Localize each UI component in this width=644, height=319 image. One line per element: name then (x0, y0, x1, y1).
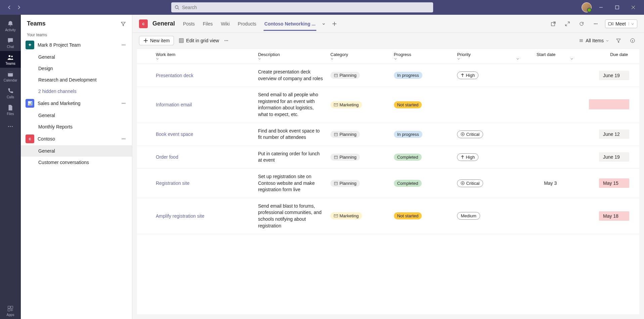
team-row[interactable]: ✦ Mark 8 Project Team (21, 39, 132, 51)
svg-rect-9 (8, 306, 10, 308)
progress-pill: Completed (394, 180, 422, 187)
work-item-link[interactable]: Book event space (156, 131, 193, 137)
column-header[interactable]: Progress (390, 49, 454, 64)
expand-icon[interactable] (563, 19, 572, 29)
team-more-icon[interactable] (120, 136, 127, 142)
svg-point-13 (123, 45, 124, 45)
rail-calls[interactable]: Calls (0, 85, 21, 101)
window-close[interactable] (627, 2, 640, 13)
table-row[interactable]: Amplify registration site Send email bla… (137, 198, 639, 234)
due-date: June 12 (599, 129, 629, 139)
category-pill: Planning (330, 131, 360, 138)
channel-tab[interactable]: Posts (182, 17, 195, 31)
channel-row[interactable]: Design (21, 63, 132, 74)
progress-pill: Completed (394, 154, 422, 161)
priority-pill: Medium (457, 212, 480, 220)
progress-pill: Not started (394, 212, 422, 219)
column-header[interactable]: Priority (454, 49, 512, 64)
team-avatar: 📊 (26, 99, 34, 108)
channel-tab[interactable]: Contoso Networking ... (264, 17, 316, 31)
channel-row[interactable]: General (21, 51, 132, 63)
table-row[interactable]: Book event space Find and book event spa… (137, 123, 639, 146)
rail-files[interactable]: Files (0, 101, 21, 118)
channel-tab[interactable]: Products (237, 17, 257, 31)
svg-point-15 (122, 103, 123, 104)
svg-point-8 (12, 126, 13, 127)
rail-more[interactable] (0, 118, 21, 135)
window-maximize[interactable] (610, 2, 624, 13)
team-row[interactable]: 📊 Sales and Marketing (21, 97, 132, 110)
svg-point-0 (175, 6, 178, 9)
info-button[interactable] (628, 36, 637, 45)
popout-icon[interactable] (549, 19, 558, 29)
work-item-link[interactable]: Presentation deck (156, 73, 193, 78)
table-row[interactable]: Information email Send email to all peop… (137, 87, 639, 123)
column-header[interactable]: Work item (137, 49, 255, 64)
search-input[interactable] (182, 5, 430, 10)
description-cell: Send email to all people who registered … (255, 87, 327, 123)
column-header[interactable]: Description (255, 49, 327, 64)
meet-chevron-icon[interactable] (629, 22, 634, 25)
column-header[interactable]: Category (327, 49, 390, 64)
rail-teams[interactable]: Teams (0, 51, 21, 68)
due-date: June 19 (599, 71, 629, 80)
team-name: Sales and Marketing (38, 101, 117, 106)
back-button[interactable] (5, 3, 13, 11)
start-date: May 3 (513, 168, 567, 198)
rail-chat[interactable]: Chat (0, 34, 21, 51)
team-more-icon[interactable] (120, 100, 127, 106)
hidden-channels-link[interactable]: 2 hidden channels (21, 86, 132, 97)
channel-tab[interactable]: Wiki (220, 17, 230, 31)
rail-activity[interactable]: Activity (0, 17, 21, 34)
edit-grid-button[interactable]: Edit in grid view (179, 38, 219, 43)
channel-row[interactable]: General (21, 110, 132, 121)
list-toolbar: New item Edit in grid view All Items (132, 33, 644, 48)
category-pill: Planning (330, 154, 360, 161)
video-icon (608, 21, 613, 26)
category-pill: Planning (330, 72, 360, 79)
channel-row[interactable]: General (21, 145, 132, 157)
column-header[interactable]: Due date (567, 49, 639, 64)
list-icon (579, 38, 584, 43)
team-avatar: c (26, 135, 34, 143)
channel-tab[interactable]: Files (202, 17, 214, 31)
category-pill: Marketing (330, 101, 362, 108)
filter-icon[interactable] (121, 21, 126, 26)
team-row[interactable]: c Contoso (21, 132, 132, 145)
svg-rect-11 (8, 309, 10, 311)
svg-rect-33 (334, 133, 337, 136)
forward-button[interactable] (15, 3, 23, 11)
channel-row[interactable]: Monthly Reports (21, 121, 132, 132)
more-icon[interactable] (591, 19, 600, 29)
table-row[interactable]: Order food Put in catering order for lun… (137, 146, 639, 168)
tab-chevron-icon[interactable] (322, 22, 326, 26)
rail-calendar[interactable]: Calendar (0, 68, 21, 85)
filter-button[interactable] (614, 36, 623, 45)
work-item-link[interactable]: Amplify registration site (156, 213, 204, 219)
work-item-link[interactable]: Order food (156, 154, 178, 160)
view-selector[interactable]: All Items (579, 38, 609, 43)
work-item-link[interactable]: Registration site (156, 180, 189, 186)
svg-rect-10 (11, 306, 13, 308)
team-more-icon[interactable] (120, 42, 127, 48)
new-item-button[interactable]: New item (139, 36, 174, 45)
channel-row[interactable]: Research and Development (21, 74, 132, 86)
table-row[interactable]: Presentation deck Create presentation de… (137, 64, 639, 87)
svg-point-28 (226, 40, 227, 41)
channel-row[interactable]: Customer conversations (21, 157, 132, 168)
add-tab-button[interactable] (330, 20, 338, 28)
user-avatar[interactable] (582, 2, 592, 12)
search-box[interactable] (171, 2, 433, 12)
refresh-icon[interactable] (577, 19, 586, 29)
column-header[interactable]: Start date (513, 49, 567, 64)
table-row[interactable]: Registration site Set up registration si… (137, 168, 639, 198)
teams-title: Teams (27, 20, 46, 27)
your-teams-label: Your teams (21, 30, 132, 39)
window-minimize[interactable] (594, 2, 608, 13)
rail-apps[interactable]: Apps (0, 302, 21, 319)
work-item-link[interactable]: Information email (156, 102, 192, 107)
meet-button[interactable]: Meet (605, 19, 637, 28)
svg-point-20 (125, 139, 125, 139)
toolbar-more-icon[interactable] (224, 38, 229, 43)
start-date (513, 198, 567, 234)
